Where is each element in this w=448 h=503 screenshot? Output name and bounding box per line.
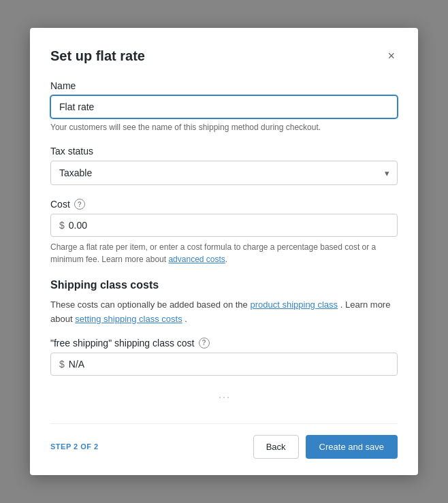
create-and-save-button[interactable]: Create and save: [306, 435, 398, 459]
advanced-costs-link[interactable]: advanced costs: [168, 255, 225, 264]
product-shipping-class-link[interactable]: product shipping class: [250, 299, 338, 310]
modal-header: Set up flat rate ×: [50, 48, 398, 64]
name-label: Name: [50, 80, 398, 91]
tax-status-select-wrapper: Taxable None ▾: [50, 161, 398, 185]
scroll-indicator: ⋯: [50, 389, 398, 404]
cost-label-row: Cost ?: [50, 199, 398, 210]
cost-input-wrapper: $: [50, 214, 398, 237]
tax-status-field-group: Tax status Taxable None ▾: [50, 146, 398, 185]
free-shipping-label: "free shipping" shipping class cost: [50, 338, 195, 348]
cost-help-icon[interactable]: ?: [74, 199, 85, 210]
cost-field-group: Cost ? $ Charge a flat rate per item, or…: [50, 199, 398, 265]
shipping-class-desc: These costs can optionally be added base…: [50, 298, 398, 327]
free-shipping-input[interactable]: [69, 359, 389, 370]
shipping-class-section: Shipping class costs These costs can opt…: [50, 279, 398, 376]
tax-status-select[interactable]: Taxable None: [50, 161, 398, 185]
free-shipping-help-icon[interactable]: ?: [199, 338, 210, 348]
cost-currency-symbol: $: [59, 220, 65, 231]
shipping-class-title: Shipping class costs: [50, 279, 398, 291]
free-shipping-currency-symbol: $: [59, 359, 65, 370]
cost-label: Cost: [50, 199, 70, 210]
name-hint: Your customers will see the name of this…: [50, 123, 398, 132]
tax-status-label: Tax status: [50, 146, 398, 157]
setup-flat-rate-modal: Set up flat rate × Name Your customers w…: [30, 28, 418, 475]
cost-hint: Charge a flat rate per item, or enter a …: [50, 241, 398, 265]
setting-shipping-class-costs-link[interactable]: setting shipping class costs: [75, 314, 182, 324]
modal-footer: STEP 2 OF 2 Back Create and save: [50, 423, 398, 459]
free-shipping-label-row: "free shipping" shipping class cost ?: [50, 338, 398, 348]
name-input[interactable]: [50, 95, 398, 118]
name-field-group: Name Your customers will see the name of…: [50, 80, 398, 132]
back-button[interactable]: Back: [253, 435, 299, 459]
free-shipping-input-wrapper: $: [50, 353, 398, 376]
cost-input[interactable]: [69, 220, 389, 231]
modal-title: Set up flat rate: [50, 48, 145, 64]
footer-actions: Back Create and save: [253, 435, 398, 459]
step-indicator: STEP 2 OF 2: [50, 442, 99, 451]
close-button[interactable]: ×: [385, 48, 398, 63]
